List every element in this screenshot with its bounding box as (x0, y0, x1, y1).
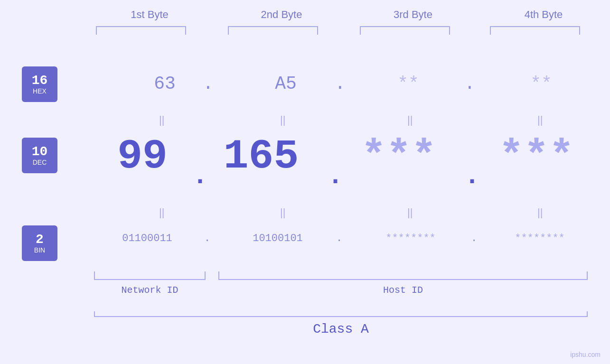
hex-base-number: 16 (32, 74, 48, 87)
bracket-top-1 (96, 26, 186, 35)
bracket-top-4 (490, 26, 580, 35)
hex-byte2: A5 (262, 74, 310, 94)
watermark: ipshu.com (570, 351, 601, 358)
equals2-byte4: || (537, 206, 543, 219)
class-bar (94, 311, 588, 317)
class-label: Class A (94, 322, 588, 336)
bin-base-number: 2 (36, 233, 44, 246)
equals1-byte4: || (537, 114, 543, 126)
hex-badge: 16 HEX (22, 66, 57, 102)
dec-byte2: 165 (218, 133, 304, 180)
bin-byte1: 01100011 (88, 233, 206, 244)
hex-dot3: . (464, 74, 475, 94)
equals1-byte3: || (407, 114, 413, 126)
page-container: 1st Byte 2nd Byte 3rd Byte 4th Byte 16 H… (0, 0, 610, 364)
hex-byte1: 63 (141, 74, 188, 94)
byte2-header: 2nd Byte (227, 9, 336, 21)
hex-dot1: . (203, 74, 214, 94)
bracket-bottom-network (94, 271, 206, 280)
dec-byte1: 99 (104, 133, 180, 180)
dec-dot2: . (328, 161, 343, 191)
network-id-label: Network ID (94, 285, 206, 296)
dec-byte3: *** (351, 133, 446, 180)
bracket-bottom-host (218, 271, 588, 280)
dec-base-label: DEC (33, 159, 47, 166)
dec-byte4: *** (484, 133, 589, 180)
byte4-header: 4th Byte (489, 9, 598, 21)
bin-base-label: BIN (34, 246, 45, 254)
equals2-byte2: || (280, 206, 285, 219)
hex-base-label: HEX (33, 87, 47, 95)
host-id-label: Host ID (218, 285, 588, 296)
bin-byte3: ******** (351, 233, 470, 244)
bracket-top-2 (228, 26, 318, 35)
dec-base-number: 10 (32, 145, 48, 159)
dec-dot1: . (192, 161, 208, 191)
equals2-byte1: || (159, 206, 164, 219)
equals2-byte3: || (407, 206, 413, 219)
bin-byte2: 10100101 (218, 233, 337, 244)
bin-dot3: . (471, 233, 477, 244)
byte1-header: 1st Byte (95, 9, 204, 21)
equals1-byte2: || (280, 114, 285, 126)
dec-badge: 10 DEC (22, 138, 57, 173)
bin-byte4: ******** (480, 233, 599, 244)
hex-byte3: ** (385, 74, 432, 94)
bin-badge: 2 BIN (22, 225, 57, 261)
bracket-top-3 (360, 26, 450, 35)
byte3-header: 3rd Byte (358, 9, 468, 21)
equals1-byte1: || (159, 114, 164, 126)
hex-byte4: ** (517, 74, 565, 94)
bin-dot1: . (204, 233, 210, 244)
hex-dot2: . (335, 74, 346, 94)
bin-dot2: . (336, 233, 342, 244)
dec-dot3: . (464, 161, 480, 191)
